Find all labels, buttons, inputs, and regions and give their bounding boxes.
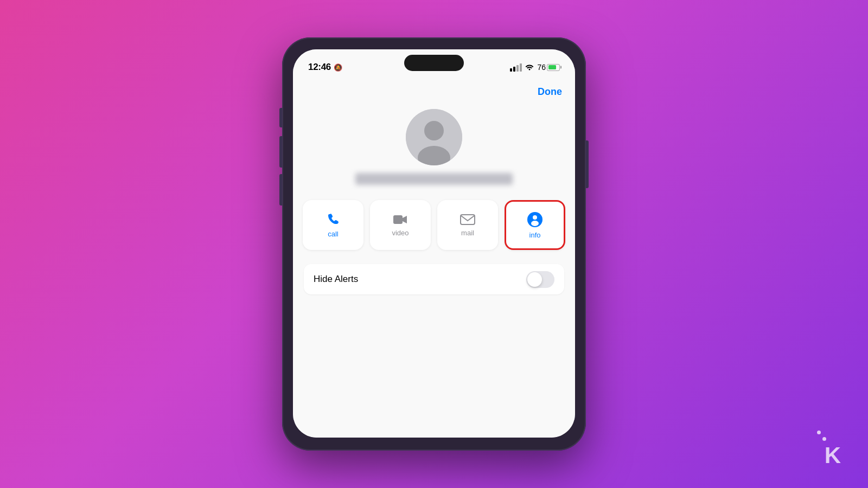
volume-down-button bbox=[279, 174, 282, 206]
battery-icon: 76 bbox=[537, 63, 560, 72]
watermark: K bbox=[825, 442, 841, 468]
mail-label: mail bbox=[461, 229, 474, 237]
status-bar: 12:46 🔕 bbox=[293, 49, 575, 79]
info-person-icon bbox=[527, 211, 543, 228]
mail-icon bbox=[460, 214, 475, 226]
phone-screen: 12:46 🔕 bbox=[293, 49, 575, 438]
svg-rect-4 bbox=[461, 215, 475, 224]
call-button[interactable]: call bbox=[303, 200, 363, 250]
toggle-thumb bbox=[527, 272, 542, 287]
action-buttons-row: call video bbox=[303, 200, 565, 250]
svg-rect-3 bbox=[393, 215, 403, 224]
settings-section: Hide Alerts bbox=[304, 264, 564, 294]
phone-shell: 12:46 🔕 bbox=[282, 37, 586, 451]
done-button[interactable]: Done bbox=[538, 86, 562, 98]
signal-icon bbox=[510, 63, 522, 72]
hide-alerts-label: Hide Alerts bbox=[314, 274, 358, 285]
video-button[interactable]: video bbox=[370, 200, 431, 250]
svg-point-7 bbox=[533, 215, 537, 220]
mail-button[interactable]: mail bbox=[437, 200, 498, 250]
svg-point-1 bbox=[424, 121, 444, 140]
battery-percent: 76 bbox=[537, 63, 546, 72]
dynamic-island bbox=[404, 55, 464, 71]
avatar bbox=[406, 109, 462, 165]
phone-icon bbox=[326, 213, 340, 227]
content-area: call video bbox=[293, 105, 575, 438]
status-right-icons: 76 bbox=[510, 63, 560, 72]
info-button[interactable]: info bbox=[505, 200, 565, 250]
contact-name-blurred bbox=[355, 173, 513, 185]
app-content: Done bbox=[293, 79, 575, 438]
svg-point-8 bbox=[531, 221, 539, 226]
volume-up-button bbox=[279, 136, 282, 168]
wifi-icon bbox=[525, 63, 534, 72]
info-label: info bbox=[529, 231, 541, 239]
status-time: 12:46 🔕 bbox=[308, 62, 342, 73]
mute-icon: 🔕 bbox=[334, 63, 342, 72]
power-button bbox=[586, 140, 589, 188]
person-avatar-icon bbox=[406, 109, 462, 165]
video-icon bbox=[393, 214, 408, 226]
call-label: call bbox=[328, 230, 339, 238]
volume-silent-button bbox=[279, 108, 282, 127]
hide-alerts-toggle[interactable] bbox=[526, 271, 554, 288]
top-nav: Done bbox=[293, 79, 575, 105]
video-label: video bbox=[392, 229, 409, 237]
